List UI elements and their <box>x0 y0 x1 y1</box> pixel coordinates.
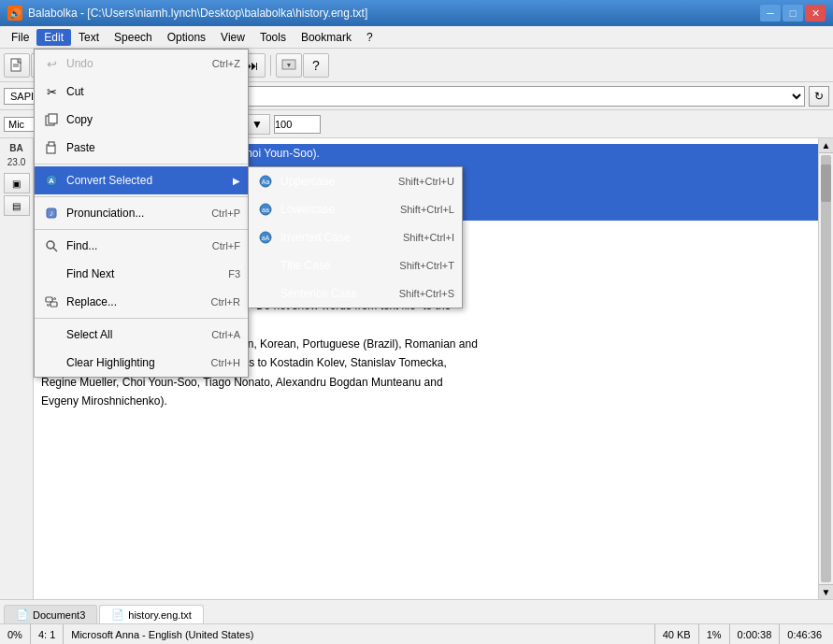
menu-sep-2 <box>35 196 248 197</box>
selectall-shortcut: Ctrl+A <box>211 329 240 340</box>
uppercase-label: Uppercase <box>280 175 387 188</box>
toolbar-new-btn[interactable] <box>4 53 30 78</box>
sentencecase-shortcut: Shift+Ctrl+S <box>388 288 454 299</box>
convert-label: Convert Selected <box>66 174 225 187</box>
vol-input[interactable] <box>274 115 321 134</box>
menu-file[interactable]: File <box>4 29 36 46</box>
menu-paste-item[interactable]: Paste <box>35 134 248 162</box>
sentencecase-icon <box>256 284 275 303</box>
menu-bookmark[interactable]: Bookmark <box>294 29 359 46</box>
left-btn-1[interactable]: ▣ <box>4 173 30 193</box>
status-position: 4: 1 <box>31 624 64 644</box>
scroll-down-btn[interactable]: ▼ <box>819 584 833 599</box>
voice-refresh-btn[interactable]: ↻ <box>809 86 829 107</box>
status-time2: 0:46:36 <box>780 624 829 644</box>
svg-text:♪: ♪ <box>50 208 54 218</box>
tab-doc3-label: Document3 <box>33 609 85 621</box>
menu-copy-item[interactable]: Copy <box>35 106 248 134</box>
replace-label: Replace... <box>66 295 196 308</box>
svg-text:A: A <box>49 177 54 185</box>
menu-text[interactable]: Text <box>71 29 107 46</box>
menu-help[interactable]: ? <box>359 29 381 46</box>
minimize-button[interactable]: ─ <box>760 5 781 21</box>
cut-label: Cut <box>66 85 225 98</box>
submenu-lowercase[interactable]: aa Lowercase Shift+Ctrl+L <box>249 195 462 223</box>
toolbar-settings-btn[interactable]: ? <box>303 53 329 78</box>
title-text: Balabolka - [C:\Users\niamh.lynch\Deskto… <box>28 7 367 20</box>
invertedcase-shortcut: Shift+Ctrl+I <box>392 232 454 243</box>
menu-find-item[interactable]: Find... Ctrl+F <box>35 232 248 260</box>
menu-convert-item[interactable]: A Convert Selected ▶ Aa Uppercase Shift+… <box>35 166 248 194</box>
submenu-titlecase[interactable]: Title Case Shift+Ctrl+T <box>249 251 462 279</box>
menu-speech[interactable]: Speech <box>107 29 160 46</box>
replace-icon <box>42 293 61 311</box>
maximize-button[interactable]: □ <box>783 5 803 21</box>
titlecase-label: Title Case <box>280 259 388 272</box>
toolbar-extra-group: ▼ ? <box>276 53 329 78</box>
submenu-uppercase[interactable]: Aa Uppercase Shift+Ctrl+U <box>249 167 462 195</box>
menu-options[interactable]: Options <box>160 29 213 46</box>
scroll-thumb[interactable] <box>821 165 831 202</box>
pronunciation-shortcut: Ctrl+P <box>211 208 240 219</box>
invertedcase-label: Inverted Case <box>280 231 392 244</box>
copy-label: Copy <box>66 113 225 126</box>
cut-icon: ✂ <box>42 82 61 101</box>
menu-undo-item[interactable]: ↩ Undo Ctrl+Z <box>35 50 248 78</box>
find-label: Find... <box>66 239 197 252</box>
mic-label: Mic <box>4 117 36 132</box>
copy-icon <box>42 110 61 129</box>
paste-label: Paste <box>66 141 225 154</box>
selectall-label: Select All <box>66 328 196 341</box>
tab-document3[interactable]: 📄 Document3 <box>4 605 97 623</box>
status-percent: 0% <box>4 624 31 644</box>
titlecase-icon <box>256 256 275 275</box>
undo-shortcut: Ctrl+Z <box>212 58 240 69</box>
svg-text:Aa: Aa <box>262 179 270 185</box>
toolbar-sep-3 <box>270 55 271 76</box>
clearhigh-shortcut: Ctrl+H <box>211 357 240 368</box>
menu-selectall-item[interactable]: Select All Ctrl+A <box>35 321 248 349</box>
submenu-sentencecase[interactable]: Sentence Case Shift+Ctrl+S <box>249 279 462 308</box>
convert-submenu: Aa Uppercase Shift+Ctrl+U aa Lowercase S… <box>248 166 463 308</box>
findnext-label: Find Next <box>66 267 213 280</box>
undo-icon: ↩ <box>42 54 61 73</box>
toolbar-export-btn[interactable]: ▼ <box>276 53 302 78</box>
uppercase-icon: Aa <box>256 172 275 191</box>
menu-replace-item[interactable]: Replace... Ctrl+R <box>35 288 248 316</box>
scroll-up-btn[interactable]: ▲ <box>819 138 833 153</box>
status-time1: 0:00:38 <box>730 624 781 644</box>
findnext-icon <box>42 265 61 283</box>
title-bar-left: 🔊 Balabolka - [C:\Users\niamh.lynch\Desk… <box>7 6 367 21</box>
svg-rect-27 <box>46 297 52 302</box>
lowercase-label: Lowercase <box>280 203 389 216</box>
tab-history-icon: 📄 <box>111 608 124 621</box>
menu-pronunciation-item[interactable]: ♪ Pronunciation... Ctrl+P <box>35 199 248 227</box>
undo-label: Undo <box>66 57 197 70</box>
menu-view[interactable]: View <box>213 29 252 46</box>
close-button[interactable]: ✕ <box>805 5 826 21</box>
status-zoom: 1% <box>699 624 730 644</box>
tab-history[interactable]: 📄 history.eng.txt <box>99 605 204 623</box>
status-voice: Microsoft Anna - English (United States) <box>64 624 654 644</box>
submenu-invertedcase[interactable]: aA Inverted Case Shift+Ctrl+I <box>249 223 462 251</box>
app-icon: 🔊 <box>7 6 22 21</box>
menu-findnext-item[interactable]: Find Next F3 <box>35 260 248 288</box>
selectall-icon <box>42 325 61 344</box>
findnext-shortcut: F3 <box>228 268 240 279</box>
svg-rect-28 <box>50 302 57 307</box>
content-line-14: Evgeny Miroshnichenko). <box>41 392 826 410</box>
find-icon <box>42 236 61 255</box>
menu-sep-1 <box>35 164 248 165</box>
menu-clearhigh-item[interactable]: Clear Highlighting Ctrl+H <box>35 349 248 377</box>
title-bar: 🔊 Balabolka - [C:\Users\niamh.lynch\Desk… <box>0 0 833 26</box>
svg-line-26 <box>53 248 57 251</box>
menu-tools[interactable]: Tools <box>252 29 294 46</box>
left-panel: BA 23.0 ▣ ▤ <box>0 138 34 599</box>
svg-point-25 <box>47 241 54 249</box>
left-btn-2[interactable]: ▤ <box>4 195 30 216</box>
scrollbar-v[interactable]: ▲ ▼ <box>818 138 833 599</box>
menu-edit[interactable]: Edit <box>36 29 71 46</box>
menu-cut-item[interactable]: ✂ Cut <box>35 78 248 106</box>
sentencecase-label: Sentence Case <box>280 287 388 300</box>
edit-menu-dropdown: ↩ Undo Ctrl+Z ✂ Cut Copy Paste A Convert… <box>34 49 249 378</box>
